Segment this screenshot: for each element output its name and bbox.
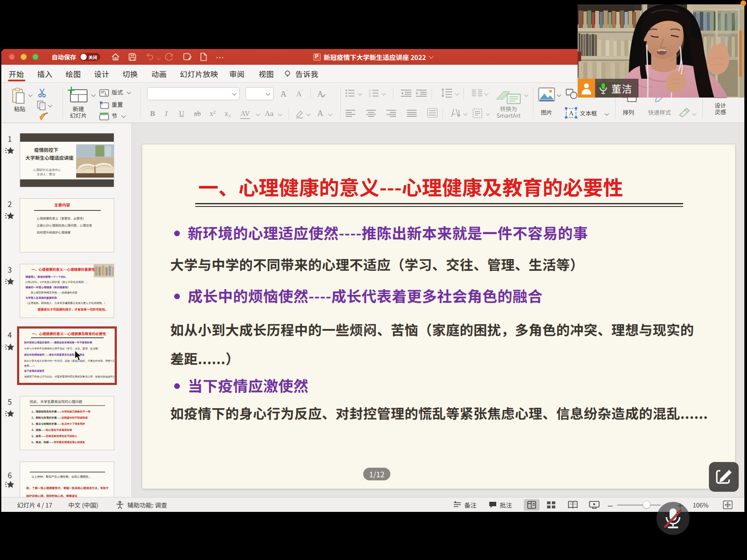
zoom-level[interactable]: 106% [693,497,708,512]
slideshow-view-button[interactable] [589,497,600,512]
slide-counter[interactable]: 幻灯片 4 / 17 [17,497,52,512]
quick-styles-label[interactable]: 快速样式 [648,109,671,116]
bullets-chevron-icon[interactable] [358,91,362,96]
justify-icon[interactable] [407,109,417,120]
microphone-muted-button[interactable] [656,502,690,535]
distribute-icon[interactable] [427,108,438,121]
comments-button[interactable]: 批注 [488,497,512,512]
shape-format-chevron-icon[interactable] [692,112,697,116]
decrease-indent-icon[interactable] [400,89,412,100]
shapes-icon[interactable] [566,89,578,102]
case-chevron-icon[interactable] [278,112,283,116]
fit-to-window-button[interactable] [723,497,733,512]
tab-insert[interactable]: 插入 [37,65,53,82]
font-color-chevron-icon[interactable] [328,112,333,116]
copy-icon[interactable] [36,100,48,113]
bold-button[interactable]: B [150,109,155,118]
reset-icon[interactable] [99,101,109,111]
layout-icon[interactable] [99,88,109,99]
textbox-icon[interactable]: A [565,107,577,121]
transition-star-icon[interactable] [4,410,15,417]
decrease-font-icon[interactable]: Aˇ [296,89,303,98]
slide-sorter-view-button[interactable] [547,497,556,512]
tab-design[interactable]: 设计 [94,65,109,82]
align-left-icon[interactable] [345,109,356,120]
current-slide[interactable]: 一、心理健康的意义---心理健康及教育的必要性 新环境的心理适应使然----推陈… [142,144,735,489]
slide-thumbnail-5[interactable]: 因此，大学生最易出现的心理问题 1、理想和现实的矛盾——大学和自己想象的不一样 … [20,396,114,450]
annotation-pen-button[interactable] [709,462,739,492]
reset-label[interactable]: 重置 [112,101,123,108]
notes-button[interactable]: 备注 [453,497,477,512]
smartart-label[interactable]: 转换为 SmartArt [491,105,526,119]
line-spacing-icon[interactable] [441,88,452,100]
format-painter-icon[interactable] [39,112,50,123]
spacing-chevron-icon[interactable] [256,112,260,116]
picture-chevron-icon[interactable] [557,93,561,97]
text-direction-icon[interactable] [450,108,462,121]
slide-thumbnail-3[interactable]: 一、心理健康的意义---心理健康的重要性 健康是1、其他的都是一个一个的0， 只… [20,264,114,318]
increase-indent-icon[interactable] [416,89,427,100]
title-chevron-icon[interactable] [429,54,434,59]
paste-chevron-icon[interactable] [28,93,33,97]
change-case-button[interactable]: Aa [265,109,274,118]
slide-thumbnail-6[interactable]: 以上种种，都易产生心理失衡，出现心理困扰... 故，了解一些心理健康常识、掌握一… [20,462,114,497]
design-ideas-label[interactable]: 设计 灵感 [711,102,729,115]
section-chevron-icon[interactable] [122,114,126,118]
tab-tellme[interactable]: 告诉我 [295,65,319,82]
align-center-icon[interactable] [366,109,376,120]
paste-label[interactable]: 粘贴 [11,105,28,112]
increase-font-icon[interactable]: Aˆ [281,89,288,99]
highlight-color-icon[interactable] [295,110,305,121]
reading-view-button[interactable] [568,497,578,512]
layout-chevron-icon[interactable] [127,90,131,94]
transition-star-icon[interactable] [4,480,15,488]
transition-star-icon[interactable] [4,343,15,351]
section-icon[interactable] [99,112,109,122]
slide-thumbnail-2[interactable]: 主要内容 心理健康的意义（重要性、必要性） 正确认识心理困扰成心理问题、心理应激… [20,198,114,252]
tab-draw[interactable]: 绘图 [66,65,81,82]
language-indicator[interactable]: 中文 (中国) [68,497,98,512]
character-spacing-button[interactable]: AV [240,109,250,119]
normal-view-button[interactable] [524,499,540,511]
webcam-video-overlay[interactable]: 董洁 [578,4,744,98]
new-slide-label[interactable]: 新建 幻灯片 [65,105,91,119]
align-text-icon[interactable] [472,108,484,121]
new-slide-chevron-icon[interactable] [91,93,96,97]
tab-animations[interactable]: 动画 [151,65,167,82]
italic-button[interactable]: I [165,109,168,118]
zoom-slider-knob[interactable] [643,501,650,508]
clear-formatting-icon[interactable]: A [317,89,327,99]
textbox-label[interactable]: 文本框 [580,110,597,116]
copy-chevron-icon[interactable] [48,103,53,108]
picture-icon[interactable] [538,88,555,104]
zoom-out-button[interactable]: − [607,497,613,512]
subscript-button[interactable]: x₂ [224,109,231,118]
align-text-chevron-icon[interactable] [486,112,490,116]
numbering-chevron-icon[interactable] [382,91,386,96]
layout-label[interactable]: 版式 [112,89,123,95]
strikethrough-button[interactable]: ab [194,109,201,118]
picture-label[interactable]: 图片 [538,109,555,116]
font-size-combobox[interactable] [245,87,274,100]
paste-icon[interactable] [12,88,27,106]
section-label[interactable]: 节 [112,112,117,119]
transition-star-icon[interactable] [4,277,15,285]
columns-chevron-icon[interactable] [484,91,489,96]
zoom-slider-track[interactable] [617,504,661,506]
line-spacing-chevron-icon[interactable] [455,91,459,96]
tab-slideshow[interactable]: 幻灯片放映 [180,65,218,82]
columns-icon[interactable] [471,89,483,100]
slide-thumbnail-1[interactable]: 疫情防控下 大学新生心理适应讲座 心理研究与咨询中心 主讲人：董洁 [20,133,114,187]
text-direction-chevron-icon[interactable] [463,112,468,116]
tab-review[interactable]: 审阅 [229,65,245,82]
accessibility-status[interactable]: 辅助功能: 调查 [115,497,167,512]
smartart-chevron-icon[interactable] [524,93,529,97]
textbox-chevron-icon[interactable] [605,112,609,116]
transition-star-icon[interactable] [4,147,15,154]
cut-icon[interactable] [37,88,48,100]
bullets-icon[interactable] [345,89,356,100]
highlight-chevron-icon[interactable] [306,112,311,116]
slide-thumbnail-4-selected[interactable]: 一、心理健康的意义---心理健康及教育的必要性 新环境的心理适应使然——推陈出新… [17,326,117,385]
superscript-button[interactable]: x² [210,109,216,118]
shape-format-icon[interactable] [679,108,690,120]
